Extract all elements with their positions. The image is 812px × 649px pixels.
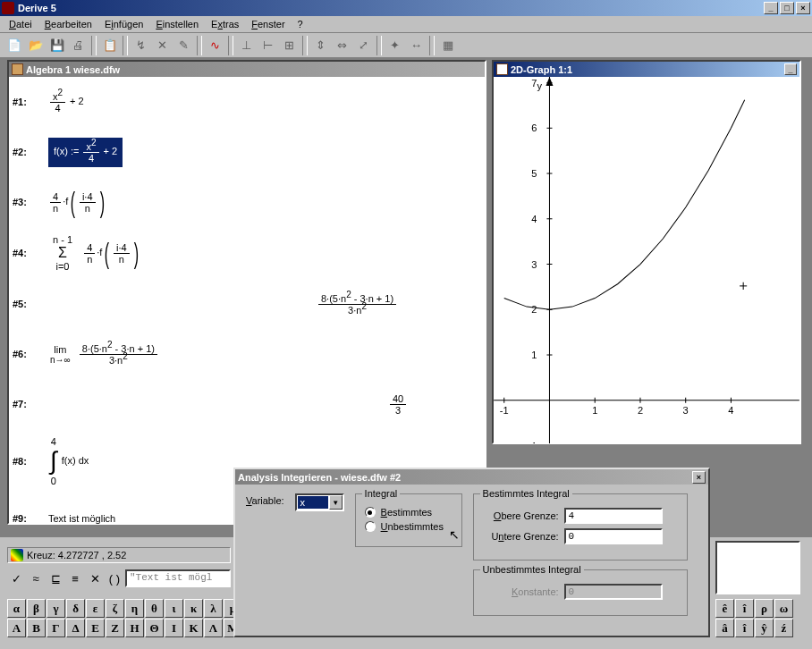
menu-einstellen[interactable]: Einstellen	[149, 17, 205, 31]
greek-btn-ι[interactable]: ι	[165, 599, 183, 618]
greek-btn-ź[interactable]: ź	[774, 619, 793, 637]
greek-btn-î[interactable]: î	[735, 619, 754, 637]
dialog-titlebar[interactable]: Analysis Integrieren - wiese.dfw #2 ×	[235, 469, 708, 485]
menu-einfuegen[interactable]: Einfügen	[98, 17, 149, 31]
greek-btn-Γ[interactable]: Γ	[47, 619, 65, 637]
konstante-legend: Unbestimmtes Integral	[480, 564, 584, 575]
greek-btn-Λ[interactable]: Λ	[204, 619, 223, 637]
move-icon[interactable]: ↔	[406, 36, 427, 55]
svg-text:2: 2	[638, 405, 643, 416]
greek-btn-Η[interactable]: Η	[125, 619, 144, 637]
zoom-h-icon[interactable]: ⇔	[332, 36, 352, 55]
graph-pane-title[interactable]: 2D-Graph 1:1 _	[494, 62, 799, 77]
plot-icon[interactable]: ↯	[131, 36, 151, 55]
copy-icon[interactable]: 📋	[99, 36, 120, 55]
untere-label: Untere Grenze:	[483, 531, 559, 542]
greek-btn-η[interactable]: η	[125, 599, 144, 618]
greek-btn-â[interactable]: â	[715, 619, 734, 637]
greek-btn-ε[interactable]: ε	[86, 599, 105, 618]
greek-btn-δ[interactable]: δ	[66, 599, 85, 618]
open-icon[interactable]: 📂	[25, 36, 46, 55]
expr-7[interactable]: #7: 403	[13, 386, 481, 422]
status-icon	[11, 549, 23, 561]
entry-input[interactable]: "Text ist mögl	[125, 569, 231, 587]
menu-fenster[interactable]: Fenster	[245, 17, 291, 31]
greek-btn-Κ[interactable]: Κ	[184, 619, 203, 637]
minimize-button[interactable]: _	[764, 2, 778, 14]
axis-v-icon[interactable]: ⊥	[236, 36, 257, 55]
greek-btn-β[interactable]: β	[27, 599, 46, 618]
zoom-both-icon[interactable]: ⤢	[353, 36, 374, 55]
untere-input[interactable]: 0	[564, 528, 663, 544]
dialog-close-button[interactable]: ×	[692, 471, 706, 484]
app-titlebar: Derive 5 _ □ ×	[0, 0, 812, 16]
zoom-v-icon[interactable]: ⇕	[310, 36, 331, 55]
expr-2[interactable]: #2: f(x) := x24 + 2	[13, 134, 481, 170]
greek-btn-Α[interactable]: Α	[7, 619, 26, 637]
greek-btn-Ε[interactable]: Ε	[86, 619, 105, 637]
menu-extras[interactable]: Extras	[205, 17, 245, 31]
greek-btn-î[interactable]: î	[735, 599, 754, 618]
axis-h-icon[interactable]: ⊢	[258, 36, 278, 55]
radio-bestimmtes[interactable]: Bestimmtes	[365, 507, 453, 518]
greek-btn-ω[interactable]: ω	[774, 599, 793, 618]
expr-1[interactable]: #1: x24 + 2	[13, 84, 481, 120]
expr-5[interactable]: #5: 8·(5·n2 - 3·n + 1)3·n2	[13, 286, 481, 322]
grid-icon[interactable]: ⊞	[279, 36, 300, 55]
close-button[interactable]: ×	[796, 2, 810, 14]
x-icon[interactable]: ✕	[86, 569, 104, 587]
statusbar: Kreuz: 4.272727 , 2.52	[7, 547, 231, 563]
center-icon[interactable]: ✦	[385, 36, 405, 55]
svg-text:6: 6	[531, 122, 537, 133]
graph-plot[interactable]: y -11234567 -11234	[494, 77, 799, 443]
algebra-pane-title[interactable]: Algebra 1 wiese.dfw	[9, 62, 485, 77]
greek-btn-Ζ[interactable]: Ζ	[106, 619, 124, 637]
radio-bestimmtes-input[interactable]	[365, 507, 376, 518]
eq-icon[interactable]: ≡	[66, 569, 84, 587]
radio-unbestimmtes-input[interactable]	[365, 521, 376, 532]
expr-3[interactable]: #3: 4n·f(i·4n)	[13, 184, 481, 220]
radio-unbestimmtes[interactable]: Unbestimmtes	[365, 521, 453, 532]
delete-icon[interactable]: ✕	[152, 36, 173, 55]
sub-icon[interactable]: ⊑	[47, 569, 64, 587]
svg-text:5: 5	[531, 168, 537, 179]
approx-icon[interactable]: ≈	[27, 569, 45, 587]
app-title: Derive 5	[18, 3, 764, 13]
print-icon[interactable]: 🖨	[68, 36, 89, 55]
greek-btn-α[interactable]: α	[7, 599, 26, 618]
variable-label: Variable:	[246, 493, 284, 506]
variable-select[interactable]: x ▼	[295, 493, 344, 511]
expr-4[interactable]: #4: n - 1Σi=0 4n·f(i·4n)	[13, 234, 481, 272]
edit-icon[interactable]: ✎	[173, 36, 194, 55]
greek-btn-Θ[interactable]: Θ	[145, 619, 164, 637]
greek-btn-Δ[interactable]: Δ	[66, 619, 85, 637]
algebra-content[interactable]: #1: x24 + 2 #2: f(x) := x24 + 2 #3: 4n·f…	[9, 77, 485, 524]
greek-btn-ζ[interactable]: ζ	[106, 599, 124, 618]
paren-icon[interactable]: ( )	[106, 569, 123, 587]
greek-btn-ŷ[interactable]: ŷ	[755, 619, 774, 637]
workspace: Algebra 1 wiese.dfw #1: x24 + 2 #2: f(x)…	[0, 58, 812, 537]
greek-btn-κ[interactable]: κ	[184, 599, 203, 618]
greek-btn-γ[interactable]: γ	[47, 599, 65, 618]
check-icon[interactable]: ✓	[7, 569, 25, 587]
trace-icon[interactable]: ∿	[205, 36, 225, 55]
dropdown-icon[interactable]: ▼	[329, 495, 343, 510]
menu-datei[interactable]: Datei	[3, 17, 38, 31]
greek-btn-θ[interactable]: θ	[145, 599, 164, 618]
menu-bearbeiten[interactable]: Bearbeiten	[38, 17, 98, 31]
greek-btn-Β[interactable]: Β	[27, 619, 46, 637]
greek-btn-ρ[interactable]: ρ	[755, 599, 774, 618]
menu-hilfe[interactable]: ?	[292, 17, 309, 31]
obere-input[interactable]: 4	[564, 508, 663, 524]
greek-btn-ê[interactable]: ê	[715, 599, 734, 618]
integral-legend: Integral	[362, 488, 401, 499]
maximize-button[interactable]: □	[780, 2, 794, 14]
window-icon[interactable]: ▦	[437, 36, 458, 55]
expr-6[interactable]: #6: limn→∞ 8·(5·n2 - 3·n + 1)3·n2	[13, 336, 481, 372]
greek-btn-Ι[interactable]: Ι	[165, 619, 183, 637]
save-icon[interactable]: 💾	[47, 36, 67, 55]
konstante-label: Konstante:	[483, 586, 559, 597]
new-icon[interactable]: 📄	[4, 36, 24, 55]
graph-minimize-button[interactable]: _	[784, 63, 797, 75]
greek-btn-λ[interactable]: λ	[204, 599, 223, 618]
